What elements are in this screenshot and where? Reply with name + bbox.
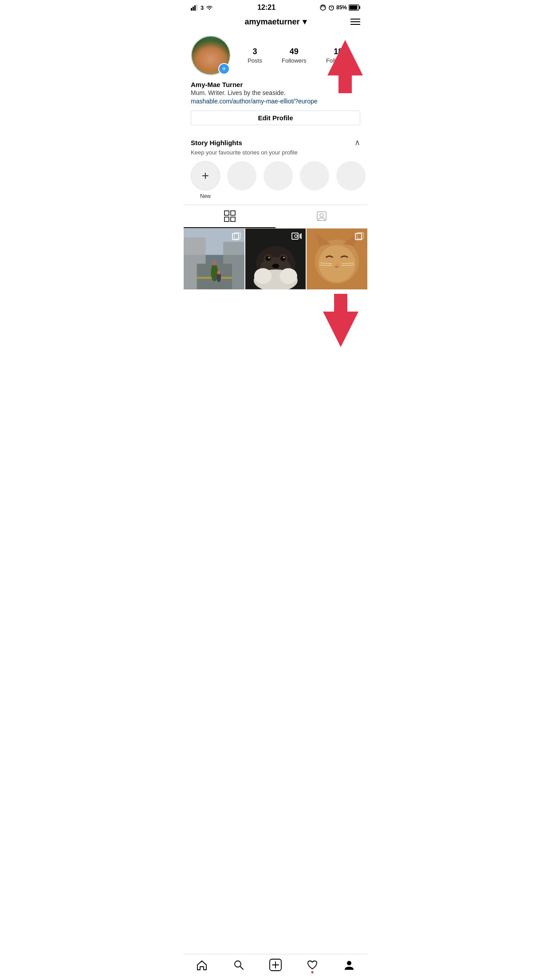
lock-icon [319,4,327,11]
new-highlight-label: New [200,193,211,199]
svg-rect-11 [224,211,229,215]
dropdown-icon: ▾ [303,17,307,27]
svg-rect-9 [350,6,358,10]
red-arrow-down [323,294,358,347]
profile-name: Amy-Mae Turner [191,81,360,88]
content-tab-bar [184,205,367,229]
svg-rect-2 [194,5,196,11]
tagged-icon [316,210,327,222]
hamburger-menu-button[interactable] [350,19,360,25]
photo-cell-2[interactable] [245,229,306,289]
edit-profile-button[interactable]: Edit Profile [191,111,360,125]
svg-rect-3 [196,4,197,11]
svg-point-38 [283,257,285,258]
profile-bio: Mum. Writer. Lives by the seaside. [191,89,360,96]
highlight-item-4[interactable] [300,161,329,199]
posts-count: 3 [248,47,262,56]
svg-point-37 [268,257,270,258]
new-highlight-circle[interactable]: + [191,161,220,190]
highlight-circle-4[interactable] [300,161,329,190]
highlight-circle-2[interactable] [227,161,256,190]
followers-count: 49 [282,47,307,56]
svg-rect-8 [359,6,361,9]
status-time: 12:21 [257,4,276,12]
menu-line-1 [350,19,360,20]
wifi-icon [205,4,213,11]
followers-stat[interactable]: 49 Followers [282,47,307,64]
status-bar: 3 12:21 85% [184,0,367,13]
svg-rect-13 [224,217,229,221]
battery-icon [349,4,360,11]
profile-section: + 3 Posts 49 Followers 18 Following Amy-… [184,30,367,138]
tagged-tab[interactable] [276,205,367,228]
photo-cell-1[interactable] [184,229,244,289]
svg-line-54 [342,265,354,265]
grid-icon [224,210,236,222]
story-highlights-section: Story Highlights ∧ Keep your favourite s… [184,138,367,205]
plus-icon: + [202,169,209,183]
following-stat[interactable]: 18 Following [326,47,350,64]
avatar-wrapper: + [191,36,231,75]
photo-grid [184,229,367,289]
new-highlight-item[interactable]: + New [191,161,220,199]
status-battery-area: 85% [319,4,360,11]
highlight-item-2[interactable] [227,161,256,199]
svg-marker-57 [323,294,358,347]
add-story-button[interactable]: + [218,63,230,75]
alarm-icon [328,4,335,11]
battery-percent: 85% [336,4,347,11]
posts-label: Posts [248,57,262,64]
highlight-circle-5[interactable] [336,161,366,190]
carousel-icon-3 [355,232,364,243]
following-label: Following [326,57,350,64]
highlight-item-5[interactable] [336,161,366,199]
svg-line-52 [320,265,332,265]
svg-point-25 [212,260,217,265]
highlight-item-3[interactable] [264,161,293,199]
carousel-icon-1 [232,232,241,243]
followers-label: Followers [282,57,307,64]
profile-link[interactable]: mashable.com/author/amy-mae-elliot/?euro… [191,98,318,105]
network-type: 3 [201,4,204,11]
chevron-up-icon[interactable]: ∧ [354,138,360,147]
menu-line-2 [350,21,360,22]
highlights-title: Story Highlights [191,139,242,146]
svg-point-35 [265,256,271,261]
svg-point-41 [254,268,272,284]
svg-point-16 [320,213,323,217]
svg-rect-12 [231,211,235,215]
highlights-subtitle: Keep your favourite stories on your prof… [191,149,360,156]
red-arrow-down-container [184,289,367,343]
svg-rect-1 [193,7,194,11]
status-signal: 3 [191,4,213,11]
posts-stat[interactable]: 3 Posts [248,47,262,64]
grid-tab[interactable] [184,205,276,228]
highlights-row: + New [191,161,360,205]
svg-point-42 [279,268,297,284]
svg-rect-14 [231,217,235,221]
signal-icon [191,4,199,11]
svg-point-39 [272,264,279,268]
menu-line-3 [350,24,360,25]
following-count: 18 [326,47,350,56]
svg-point-27 [217,271,220,274]
username-text: amymaeturner [244,17,299,27]
video-icon-2 [291,232,302,243]
username-display[interactable]: amymaeturner ▾ [244,17,306,27]
highlights-header: Story Highlights ∧ [191,138,360,147]
profile-header: amymaeturner ▾ [184,13,367,30]
svg-point-4 [209,9,210,10]
svg-point-36 [280,256,286,261]
photo-cell-3[interactable] [307,229,367,289]
stats-row: 3 Posts 49 Followers 18 Following [238,47,360,64]
highlight-circle-3[interactable] [264,161,293,190]
svg-rect-0 [191,8,192,11]
profile-top-row: + 3 Posts 49 Followers 18 Following [191,36,360,75]
svg-point-44 [295,235,297,237]
